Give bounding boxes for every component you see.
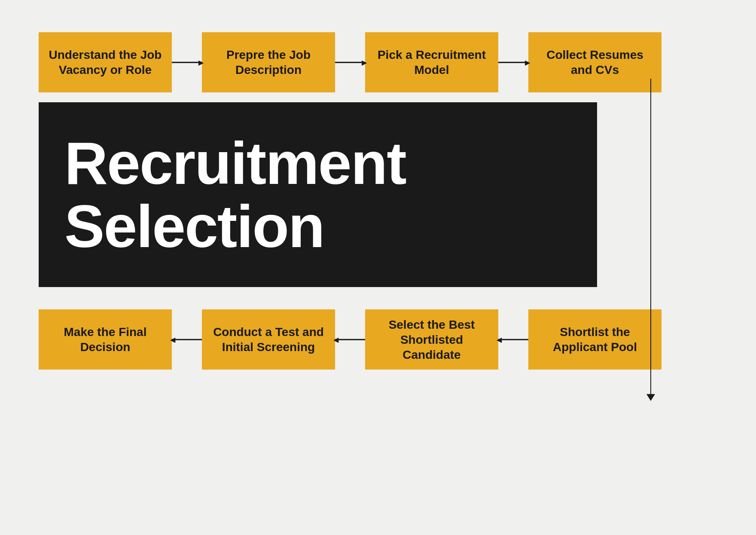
main-title-box: Recruitment Selection (39, 102, 597, 287)
main-title-line1: Recruitment (64, 131, 406, 195)
step-box-7: Select the Best Shortlisted Candidate (365, 309, 498, 370)
main-title-line2: Selection (64, 195, 406, 258)
step-label-7: Select the Best Shortlisted Candidate (375, 317, 489, 362)
step-box-2: Prepre the Job Description (202, 32, 335, 92)
step-box-6: Conduct a Test and Initial Screening (202, 309, 335, 370)
main-title: Recruitment Selection (64, 131, 406, 258)
arrow-8-7 (498, 333, 528, 346)
step-label-2: Prepre the Job Description (211, 47, 326, 77)
arrow-2-3 (335, 56, 365, 69)
step-label-1: Understand the Job Vacancy or Role (48, 47, 162, 77)
step-box-3: Pick a Recruitment Model (365, 32, 498, 92)
arrow-3-4 (498, 56, 528, 69)
step-box-8: Shortlist the Applicant Pool (528, 309, 662, 370)
bottom-row: Make the Final Decision Conduct a Test a… (26, 300, 730, 379)
arrow-down-head (646, 394, 655, 401)
top-row: Understand the Job Vacancy or Role Prepr… (26, 23, 730, 102)
step-box-1: Understand the Job Vacancy or Role (39, 32, 172, 92)
arrow-1-2 (172, 56, 202, 69)
step-box-5: Make the Final Decision (39, 309, 172, 370)
step-label-4: Collect Resumes and CVs (538, 47, 652, 77)
step-label-6: Conduct a Test and Initial Screening (211, 324, 326, 355)
arrow-7-6 (335, 333, 365, 346)
step-label-8: Shortlist the Applicant Pool (538, 324, 652, 355)
step-box-4: Collect Resumes and CVs (528, 32, 662, 92)
diagram-container: Understand the Job Vacancy or Role Prepr… (26, 23, 730, 513)
step-label-3: Pick a Recruitment Model (375, 47, 489, 77)
step-label-5: Make the Final Decision (48, 324, 162, 355)
main-section: Recruitment Selection (26, 102, 730, 287)
arrow-6-5 (172, 333, 202, 346)
